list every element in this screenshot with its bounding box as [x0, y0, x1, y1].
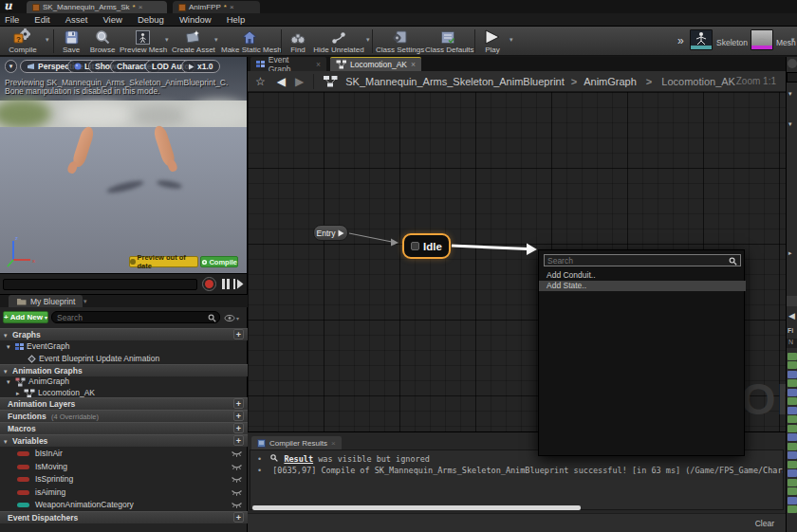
play-button[interactable]: Play	[478, 28, 507, 55]
skeleton-label[interactable]: Skeleton	[716, 38, 748, 47]
breadcrumb-root[interactable]: SK_Mannequin_Arms_Skeleton_AnimBlueprint	[345, 76, 565, 87]
menu-file[interactable]: File	[5, 14, 19, 25]
mesh-caret-icon[interactable]: ▾	[791, 36, 795, 44]
close-tab-icon[interactable]	[230, 3, 234, 11]
tree-row-eventgraph[interactable]: EventGraph	[0, 340, 248, 353]
toolbar-overflow-icon[interactable]	[677, 34, 684, 47]
hide-unrelated-caret-icon[interactable]: ▾	[366, 36, 370, 44]
menu-asset[interactable]: Asset	[65, 14, 88, 25]
compile-options-caret-icon[interactable]: ▾	[46, 36, 49, 44]
hide-unrelated-button[interactable]: Hide Unrelated	[313, 28, 364, 55]
graphs-section-header[interactable]: Graphs	[0, 328, 248, 340]
mesh-thumb-icon[interactable]	[751, 29, 773, 50]
nav-back-icon[interactable]: ◀	[788, 311, 795, 321]
event-dispatchers-section-header[interactable]: Event Dispatchers	[0, 511, 248, 523]
asset-item-sliver[interactable]	[788, 451, 797, 459]
asset-item-sliver[interactable]	[788, 425, 797, 432]
my-blueprint-search[interactable]	[51, 311, 220, 323]
horizontal-scrollbar[interactable]	[252, 505, 581, 510]
add-macro-button[interactable]	[233, 423, 244, 433]
variable-row[interactable]: IsMoving	[0, 461, 248, 473]
macros-section-header[interactable]: Macros	[0, 422, 248, 434]
asset-item-sliver[interactable]	[788, 361, 797, 369]
class-settings-button[interactable]: Class Settings	[376, 28, 421, 55]
menu-debug[interactable]: Debug	[138, 14, 164, 25]
menu-item-add-conduit[interactable]: Add Conduit..	[539, 270, 746, 281]
category-expander-icon[interactable]	[788, 247, 792, 257]
asset-item-sliver[interactable]	[788, 389, 797, 396]
playback-speed-button[interactable]: x1.0	[181, 60, 220, 73]
my-blueprint-tab[interactable]: My Blueprint	[9, 295, 83, 307]
skeleton-thumb-icon[interactable]	[690, 29, 713, 50]
make-static-mesh-button[interactable]: Make Static Mesh	[221, 28, 278, 55]
context-menu-search[interactable]	[544, 254, 741, 266]
play-caret-icon[interactable]: ▾	[510, 36, 513, 44]
compile-button[interactable]: ? Compile	[2, 28, 44, 55]
tab-caret-icon[interactable]: ▾	[83, 298, 87, 305]
visibility-filter-button[interactable]: ▾	[224, 312, 242, 323]
add-animation-layer-button[interactable]	[233, 398, 244, 409]
close-tab-icon[interactable]	[139, 3, 143, 11]
my-blueprint-search-input[interactable]	[57, 312, 191, 322]
tab-event-graph[interactable]: Event Graph	[250, 57, 326, 71]
asset-item-sliver[interactable]	[788, 505, 797, 513]
asset-item-sliver[interactable]	[788, 461, 797, 468]
expander-icon[interactable]	[4, 435, 8, 448]
variable-row[interactable]: isAiming	[0, 486, 248, 499]
asset-tab-skeleton-animbp[interactable]: SK_Mannequin_Arms_Sk *	[27, 1, 167, 13]
nav-forward-icon[interactable]: ▶	[295, 75, 304, 88]
asset-item-sliver[interactable]	[788, 487, 797, 495]
asset-item-sliver[interactable]	[788, 469, 797, 477]
clear-log-button[interactable]: Clear	[755, 519, 774, 528]
save-button[interactable]: Save	[57, 28, 85, 55]
functions-section-header[interactable]: Functions (4 Overridable)	[0, 410, 248, 422]
find-button[interactable]: Find	[285, 28, 311, 55]
menu-view[interactable]: View	[102, 14, 121, 25]
variable-row[interactable]: IsSprinting	[0, 473, 248, 486]
favorite-star-icon[interactable]	[255, 75, 266, 88]
close-tab-icon[interactable]	[331, 439, 336, 448]
asset-item-sliver[interactable]	[788, 353, 797, 360]
menu-help[interactable]: Help	[227, 14, 246, 25]
close-tab-icon[interactable]	[411, 60, 416, 69]
expander-icon[interactable]	[7, 340, 10, 353]
add-variable-button[interactable]	[233, 435, 244, 446]
category-expander-icon[interactable]	[788, 118, 792, 128]
menu-edit[interactable]: Edit	[34, 14, 49, 25]
asset-item-sliver[interactable]	[788, 479, 797, 486]
asset-item-sliver[interactable]	[788, 407, 797, 414]
viewport-options-caret-icon[interactable]: ▾	[5, 60, 17, 73]
idle-state-node[interactable]: Idle	[402, 233, 451, 259]
asset-item-sliver[interactable]	[788, 371, 797, 378]
pause-button[interactable]	[222, 279, 230, 289]
viewport-compile-button[interactable]: Compile	[200, 256, 238, 267]
preview-mesh-caret-icon[interactable]: ▾	[165, 36, 169, 44]
asset-item-sliver[interactable]	[788, 443, 797, 450]
preview-mesh-button[interactable]: Preview Mesh	[120, 28, 165, 55]
preview-viewport[interactable]: ▾ Perspective Lit Show Character LOD Aut…	[0, 57, 248, 273]
asset-item-sliver[interactable]	[788, 397, 797, 405]
asset-tab-animfpp[interactable]: AnimFPP *	[173, 1, 260, 13]
breadcrumb-animgraph[interactable]: AnimGraph	[584, 76, 637, 87]
result-link[interactable]: Result	[284, 454, 313, 464]
tab-locomotion-ak[interactable]: Locomotion_AK	[330, 57, 421, 71]
add-graph-button[interactable]	[233, 329, 244, 339]
details-search-sliver[interactable]	[787, 72, 797, 83]
variable-row[interactable]: bIsInAir	[0, 448, 248, 460]
asset-item-sliver[interactable]	[788, 497, 797, 504]
create-asset-button[interactable]: Create Asset	[172, 28, 213, 55]
step-forward-button[interactable]	[233, 279, 244, 289]
asset-item-sliver[interactable]	[788, 415, 797, 423]
entry-node[interactable]: Entry	[313, 225, 348, 241]
compiler-results-tab[interactable]: Compiler Results	[251, 436, 342, 449]
timeline-scrubbar[interactable]	[3, 279, 197, 290]
nav-back-icon[interactable]: ◀	[277, 75, 286, 88]
add-new-button[interactable]: Add New ▾	[3, 311, 48, 323]
breadcrumb-current[interactable]: Locomotion_AK	[661, 76, 735, 87]
record-button[interactable]	[202, 277, 216, 291]
add-function-button[interactable]	[233, 411, 244, 421]
close-tab-icon[interactable]	[316, 60, 321, 69]
animation-layers-section-header[interactable]: Animation Layers	[0, 397, 248, 410]
compiler-log[interactable]: Result was visible but ignored [0635,97]…	[250, 449, 784, 510]
context-menu-search-input[interactable]	[547, 255, 718, 266]
